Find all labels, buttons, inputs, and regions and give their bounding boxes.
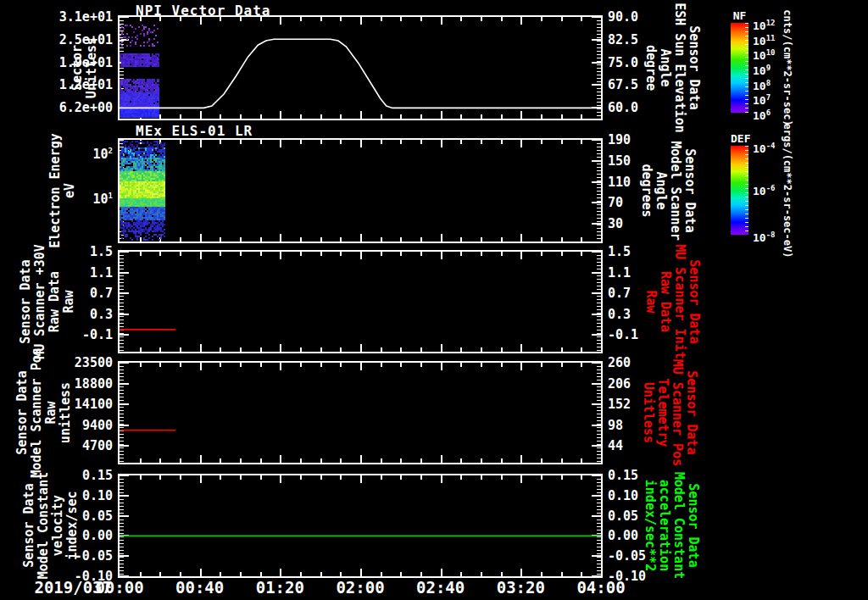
x-tick — [180, 140, 181, 144]
x-tick — [460, 237, 462, 242]
colorbar-tick-label: 10-4 — [753, 141, 776, 154]
x-tick — [501, 140, 503, 144]
axis-name-right-4: Sensor Data MU Scanner Pos Telemetry Uni… — [641, 359, 698, 466]
y-major-tick-right — [592, 202, 601, 203]
plot-frame-2 — [118, 138, 603, 243]
y-major-tick-right — [592, 223, 601, 225]
axis-name-right-5: Sensor Data Model Constant acceleration … — [643, 472, 700, 579]
x-tick — [481, 140, 482, 144]
x-tick — [300, 237, 302, 242]
y-major-tick-right — [592, 181, 601, 183]
x-tick — [420, 140, 422, 144]
x-tick — [581, 140, 582, 144]
x-tick — [320, 140, 322, 144]
colorbar-tick-label: 1010 — [753, 47, 776, 61]
colorbar-title: DEF — [731, 133, 748, 144]
x-tick — [280, 140, 281, 147]
axis-name-left-2: Electron Energy eV — [48, 133, 77, 247]
x-tick-label: 00:00 — [95, 578, 143, 597]
x-tick — [561, 237, 563, 242]
x-tick — [541, 140, 542, 144]
x-tick — [240, 237, 242, 242]
line-series-5 — [120, 475, 601, 576]
colorbar-minor-ticks — [745, 146, 748, 235]
plot2-title: MEx ELS-01 LR — [136, 123, 253, 139]
x-tick-label: 02:40 — [416, 578, 465, 597]
x-tick — [420, 237, 422, 242]
x-tick — [360, 234, 362, 242]
x-tick — [581, 237, 582, 242]
x-tick — [320, 237, 322, 242]
x-tick — [260, 140, 262, 144]
x-tick — [520, 234, 522, 242]
colorbar-unit: ergs/(cm**2-sr-sec-eV) — [780, 123, 794, 258]
x-tick — [280, 234, 281, 242]
x-tick — [200, 234, 202, 242]
x-tick — [340, 140, 342, 144]
axis-name-right-1: Sensor Data ESH Sun Elevation Angle degr… — [643, 3, 701, 133]
axis-name-left-3: Sensor Data MU Scanner +30V Raw Data Raw — [19, 244, 76, 358]
axis-name-left-1: Sector Unitless — [70, 37, 99, 98]
x-tick — [220, 140, 221, 144]
plot-figure: NPI Vector Data MEx ELS-01 LR 2019/037 3… — [0, 0, 868, 600]
x-tick — [180, 237, 181, 242]
x-tick — [381, 140, 382, 144]
x-tick — [400, 237, 402, 242]
colorbar-tick-label: 107 — [753, 92, 771, 106]
colorbar-tick-label: 109 — [753, 63, 771, 76]
x-tick-label: 02:00 — [336, 578, 384, 597]
axis-name-left-4: Sensor Data Model Scanner Pos Raw unitle… — [15, 347, 73, 478]
x-tick — [260, 237, 262, 242]
x-tick — [441, 140, 442, 147]
colorbar-tick-label: 108 — [753, 78, 771, 92]
colorbar-tick-label: 1011 — [753, 33, 776, 47]
x-tick — [240, 140, 242, 144]
x-tick — [481, 237, 482, 242]
line-series-4 — [120, 363, 601, 463]
colorbar-tick-label: 1012 — [753, 18, 776, 31]
x-tick-label: 03:20 — [497, 578, 545, 597]
x-tick — [460, 140, 462, 144]
y-tick-label-left: 3.1e+01 — [0, 10, 113, 24]
colorbar-tick-label: 10-6 — [753, 183, 776, 197]
x-tick — [441, 234, 442, 242]
colorbar-unit: cnts/(cm**2-sr-sec) — [780, 9, 794, 125]
axis-name-right-3: Sensor Data MU Scanner Init Raw Data Raw — [643, 244, 701, 358]
spectrogram-canvas-2 — [120, 141, 165, 241]
x-tick — [400, 140, 402, 144]
line-series-3 — [120, 252, 601, 352]
x-tick — [220, 237, 221, 242]
axis-name-left-5: Sensor Data Model Constant velocity inde… — [22, 472, 80, 579]
x-tick — [381, 237, 382, 242]
x-tick — [520, 140, 522, 147]
y-tick-label-left: 6.2e+00 — [0, 101, 113, 114]
colorbar-title: NF — [731, 10, 748, 21]
x-tick — [300, 140, 302, 144]
x-tick — [360, 140, 362, 147]
x-tick-label: 00:40 — [175, 578, 224, 597]
colorbar-tick-label: 106 — [753, 108, 771, 121]
x-tick-label: 04:00 — [576, 578, 625, 597]
x-tick-label: 01:20 — [256, 578, 304, 597]
y-major-tick-right — [592, 139, 601, 141]
x-tick — [561, 140, 563, 144]
line-series-1 — [120, 17, 601, 119]
x-tick — [541, 237, 542, 242]
y-major-tick-right — [592, 160, 601, 162]
x-tick — [200, 140, 202, 147]
x-tick — [340, 237, 342, 242]
y-minor-ticks-right-2 — [597, 140, 601, 242]
colorbar-minor-ticks — [745, 23, 748, 113]
x-tick — [501, 237, 503, 242]
colorbar-tick-label: 10-8 — [753, 230, 776, 243]
axis-name-right-2: Sensor Data Model Scanner Angle degrees — [639, 141, 697, 240]
